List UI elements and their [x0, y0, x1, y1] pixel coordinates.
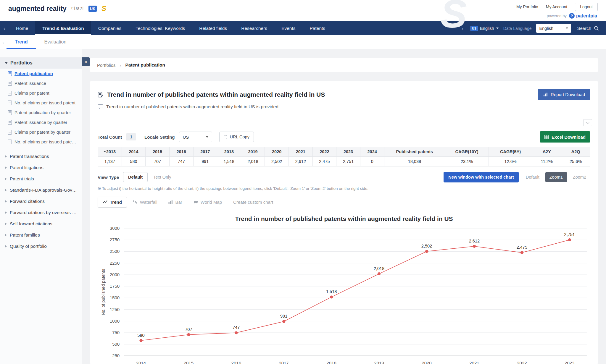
sidebar-section-patent-trials[interactable]: Patent trials [0, 173, 82, 185]
table-header-2018: 2018 [217, 147, 241, 157]
report-title: Trend in number of published patents wit… [107, 91, 534, 98]
view-mode-text-only[interactable]: Text Only [148, 172, 176, 182]
powered-by-label: powered by [547, 14, 567, 18]
sidebar-item-label: Patent publication [14, 71, 53, 76]
sidebar-section-patent-transactions[interactable]: Patent transactions [0, 151, 82, 162]
panel-collapse-button[interactable] [583, 119, 592, 126]
zoom-button-group: DefaultZoom1Zoom2 [522, 172, 590, 182]
view-mode-default[interactable]: Default [123, 172, 148, 182]
sidebar-item-patent-publication-by-quarter[interactable]: Patent publication by quarter [0, 108, 82, 117]
svg-text:2000: 2000 [110, 272, 120, 277]
search-button[interactable]: Search [577, 26, 599, 31]
chart-tab-world-map[interactable]: World Map [188, 197, 227, 208]
nav-item-related-fields[interactable]: Related fields [192, 21, 234, 35]
subtab-list: TrendEvaluation [7, 35, 75, 49]
chart-tab-trend[interactable]: Trend [98, 197, 127, 208]
nav-item-events[interactable]: Events [274, 21, 302, 35]
sidebar-item-no-of-claims-per-issued-patent[interactable]: No. of claims per issued patent [0, 98, 82, 108]
sidebar-section-portfolios[interactable]: Portfolios [0, 57, 82, 69]
svg-text:2,612: 2,612 [469, 239, 480, 243]
svg-text:2250: 2250 [110, 261, 120, 266]
locale-select[interactable]: US [179, 132, 212, 142]
url-copy-button[interactable]: URL Copy [219, 132, 254, 142]
table-cell-2022: 2,475 [312, 157, 336, 166]
chart-tab-label: Create custom chart [233, 200, 273, 205]
sidebar-collapse-button[interactable]: « [82, 57, 90, 66]
sidebar-section-standards-fda-approvals-govern[interactable]: Standards-FDA approvals-Govern… [0, 185, 82, 196]
my-portfolio-link[interactable]: My Portfolio [516, 4, 538, 9]
more-link[interactable]: 더보기 [71, 6, 84, 11]
svg-text:2500: 2500 [110, 249, 120, 254]
locale-setting-label: Locale Setting [144, 135, 175, 140]
excel-download-button[interactable]: Excel Download [540, 131, 590, 143]
sidebar-item-label: Patent issuance [14, 81, 46, 86]
sidebar-section-quality-of-portfolio[interactable]: Quality of portfolio [0, 241, 82, 252]
bar-chart-icon [168, 200, 173, 205]
triangle-collapsed-icon [5, 222, 7, 225]
table-header-2016: 2016 [169, 147, 193, 157]
document-edit-icon [8, 110, 12, 115]
triangle-collapsed-icon [5, 177, 7, 180]
zoom-button-zoom2[interactable]: Zoom2 [569, 172, 590, 182]
svg-text:2,018: 2,018 [374, 266, 384, 271]
new-window-button[interactable]: New window with selected chart [444, 172, 519, 182]
table-cell-2023: 2,751 [336, 157, 360, 166]
nav-item-home[interactable]: Home [9, 21, 35, 35]
brand-watermark: S [441, 0, 467, 36]
nav-item-trend-evaluation[interactable]: Trend & Evaluation [35, 21, 91, 35]
chevron-down-icon [206, 136, 208, 138]
sidebar-item-claims-per-patent[interactable]: Claims per patent [0, 88, 82, 98]
sidebar-section-forward-citations[interactable]: Forward citations [0, 196, 82, 207]
data-language-select[interactable]: English [536, 24, 571, 33]
logout-button[interactable]: Logout [575, 3, 598, 11]
nav-item-technologies-keywords[interactable]: Technologies: Keywords [128, 21, 192, 35]
nav-scroll-left-button[interactable]: ‹ [0, 21, 9, 35]
table-header-2023: 2023 [336, 147, 360, 157]
sidebar-section-forward-citations-by-overseas-pat[interactable]: Forward citations by overseas pat… [0, 207, 82, 218]
table-cell-2y: 11.2% [532, 157, 561, 166]
tab-evaluation[interactable]: Evaluation [36, 35, 75, 49]
svg-text:1750: 1750 [110, 284, 120, 289]
svg-text:1000: 1000 [110, 318, 120, 323]
sidebar-item-patent-issuance[interactable]: Patent issuance [0, 78, 82, 88]
zoom-button-default[interactable]: Default [522, 172, 544, 182]
nav-item-researchers[interactable]: Researchers [234, 21, 274, 35]
copy-icon [224, 135, 227, 139]
report-download-button[interactable]: Report Download [538, 89, 590, 100]
table-cell-cagr-5y: 12.6% [489, 157, 532, 166]
sidebar-section-patent-litigations[interactable]: Patent litigations [0, 162, 82, 173]
zoom-button-zoom1[interactable]: Zoom1 [545, 172, 567, 182]
sidebar-item-patent-publication[interactable]: Patent publication [0, 69, 82, 78]
sidebar-section-label: Self forward citations [10, 221, 52, 227]
subtab-collapse-button[interactable]: ‹ [0, 35, 7, 49]
breadcrumb-separator-icon: › [120, 63, 121, 68]
ui-language-selector[interactable]: US English [470, 26, 499, 31]
my-account-link[interactable]: My Account [546, 4, 567, 9]
nav-item-companies[interactable]: Companies [91, 21, 128, 35]
sidebar-item-no-of-claims-per-issued-patent-by-qua[interactable]: No. of claims per issued patent by qua… [0, 137, 82, 147]
sidebar-item-claims-per-patent-by-quarter[interactable]: Claims per patent by quarter [0, 127, 82, 137]
tab-trend[interactable]: Trend [7, 35, 36, 49]
nav-item-patents[interactable]: Patents [303, 21, 333, 35]
chart-tab-create-custom-chart[interactable]: Create custom chart [228, 197, 278, 208]
data-language-label: Data Language [503, 26, 532, 31]
table-cell-2021: 2,612 [289, 157, 313, 166]
world-map-icon [194, 200, 198, 205]
triangle-collapsed-icon [5, 155, 7, 158]
document-edit-icon [8, 71, 12, 76]
svg-text:250: 250 [112, 353, 120, 358]
chart-tab-label: World Map [201, 200, 222, 205]
sidebar-item-patent-issuance-by-quarter[interactable]: Patent issuance by quarter [0, 117, 82, 127]
svg-text:747: 747 [233, 325, 240, 330]
sidebar-section-patent-families[interactable]: Patent families [0, 229, 82, 241]
table-header-row: ~201320142015201620172018201920202021202… [98, 147, 590, 157]
patentpia-logo[interactable]: P patentpia [569, 13, 597, 19]
toolbar: Total Count 1 Locale Setting US URL Copy [98, 131, 590, 143]
breadcrumb-root[interactable]: Portfolios [97, 63, 116, 68]
chart-tab-bar[interactable]: Bar [163, 197, 187, 208]
sidebar-section-self-forward-citations[interactable]: Self forward citations [0, 218, 82, 229]
chart-tab-waterfall[interactable]: Waterfall [128, 197, 162, 208]
sidebar-section-label: Quality of portfolio [10, 244, 47, 249]
triangle-collapsed-icon [5, 200, 7, 203]
portfolio-item-list: Patent publicationPatent issuanceClaims … [0, 69, 82, 147]
